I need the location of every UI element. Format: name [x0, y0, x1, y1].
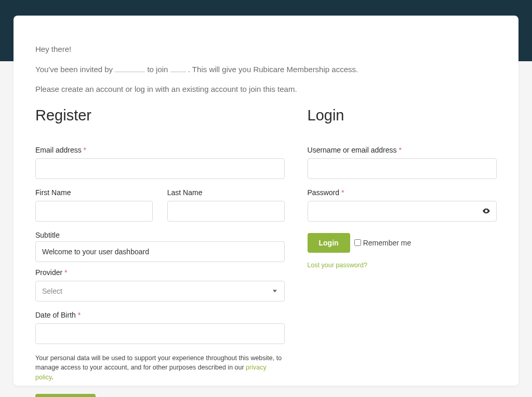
remember-me-label: Remember me	[363, 239, 411, 247]
provider-label-text: Provider	[35, 268, 64, 277]
invited-pre: You've been invited by	[35, 65, 115, 74]
subtitle-label: Subtitle	[35, 231, 285, 239]
required-marker: *	[64, 268, 67, 277]
privacy-text-pre: Your personal data will be used to suppo…	[35, 354, 282, 372]
privacy-text: Your personal data will be used to suppo…	[35, 353, 285, 382]
email-label: Email address *	[35, 146, 285, 154]
username-field-wrap: Username or email address *	[308, 146, 497, 179]
columns: Register Email address * First Name Last…	[35, 107, 497, 398]
login-action-row: Login Remember me	[308, 233, 497, 253]
first-name-field-wrap: First Name	[35, 188, 153, 222]
blank-team	[170, 72, 186, 72]
password-label-text: Password	[308, 188, 341, 197]
login-heading: Login	[308, 107, 497, 124]
dob-label-text: Date of Birth	[35, 311, 78, 319]
dob-field-wrap: Date of Birth *	[35, 311, 285, 344]
email-label-text: Email address	[35, 146, 84, 154]
lost-password-link[interactable]: Lost your password?	[308, 262, 367, 269]
required-marker: *	[84, 146, 86, 154]
register-button[interactable]: Register	[35, 394, 96, 397]
auth-card: Hey there! You've been invited by to joi…	[14, 16, 518, 386]
dob-label: Date of Birth *	[35, 311, 285, 319]
username-input[interactable]	[308, 158, 497, 179]
invited-mid: to join	[145, 65, 170, 74]
intro-block: Hey there! You've been invited by to joi…	[35, 44, 497, 95]
remember-me-wrap[interactable]: Remember me	[354, 239, 411, 247]
blank-inviter	[115, 72, 145, 72]
first-name-label: First Name	[35, 188, 153, 197]
eye-svg	[482, 208, 490, 213]
password-field-wrap: Password *	[308, 188, 497, 222]
last-name-input[interactable]	[167, 201, 285, 222]
provider-select[interactable]: Select	[35, 281, 285, 302]
last-name-field-wrap: Last Name	[167, 188, 285, 222]
login-column: Login Username or email address * Passwo…	[308, 107, 497, 398]
remember-me-checkbox[interactable]	[354, 239, 361, 246]
email-field-wrap: Email address *	[35, 146, 285, 179]
privacy-text-post: .	[51, 374, 53, 381]
required-marker: *	[341, 188, 344, 197]
provider-placeholder: Select	[42, 287, 62, 295]
chevron-down-icon	[273, 290, 277, 292]
name-row: First Name Last Name	[35, 188, 285, 231]
provider-field-wrap: Provider * Select	[35, 268, 285, 302]
register-heading: Register	[35, 107, 285, 124]
first-name-input[interactable]	[35, 201, 153, 222]
last-name-label: Last Name	[167, 188, 285, 197]
username-label: Username or email address *	[308, 146, 497, 154]
password-label: Password *	[308, 188, 497, 197]
required-marker: *	[78, 311, 81, 319]
subtitle-input[interactable]	[35, 241, 285, 262]
subtitle-field-wrap: Subtitle	[35, 231, 285, 262]
password-input[interactable]	[308, 201, 497, 222]
email-input[interactable]	[35, 158, 285, 179]
instruction-text: Please create an account or log in with …	[35, 84, 497, 95]
eye-icon[interactable]	[482, 207, 490, 215]
password-input-wrap	[308, 201, 497, 222]
dob-input[interactable]	[35, 323, 285, 344]
invited-post: . This will give you Rubicare Membership…	[186, 65, 358, 74]
provider-label: Provider *	[35, 268, 285, 277]
register-column: Register Email address * First Name Last…	[35, 107, 285, 398]
username-label-text: Username or email address	[308, 146, 399, 154]
login-button[interactable]: Login	[308, 233, 350, 253]
invited-text: You've been invited by to join . This wi…	[35, 64, 497, 76]
required-marker: *	[398, 146, 401, 154]
greeting-text: Hey there!	[35, 44, 497, 56]
